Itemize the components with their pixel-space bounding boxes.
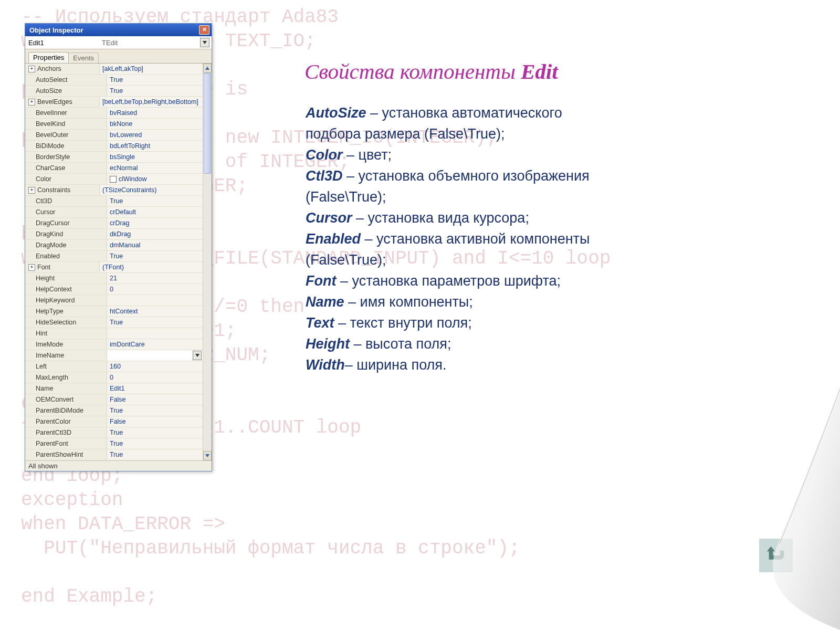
property-name: +Constraints (25, 185, 100, 195)
property-name: DragKind (25, 229, 107, 239)
property-row[interactable]: Hint (25, 328, 203, 339)
property-row[interactable]: +BevelEdges[beLeft,beTop,beRight,beBotto… (25, 97, 203, 108)
property-row[interactable]: Ctl3DTrue (25, 196, 203, 207)
property-value[interactable]: dkDrag (107, 229, 203, 239)
property-value[interactable]: [beLeft,beTop,beRight,beBottom] (100, 97, 203, 107)
titlebar[interactable]: Object Inspector ✕ (25, 24, 212, 36)
property-name: ParentColor (25, 416, 107, 427)
chevron-down-icon[interactable] (200, 38, 209, 47)
scroll-thumb[interactable] (204, 73, 211, 174)
tab-properties[interactable]: Properties (28, 52, 69, 63)
object-selector[interactable]: Edit1 TEdit (25, 36, 212, 49)
property-value[interactable]: ecNormal (107, 163, 203, 173)
description: – установка вида курсора; (352, 210, 529, 226)
heading-strong: Edit (521, 59, 558, 83)
property-value[interactable]: True (107, 251, 203, 261)
property-value[interactable]: 0 (107, 284, 203, 295)
property-row[interactable]: BevelInnerbvRaised (25, 108, 203, 119)
property-value[interactable]: True (107, 438, 203, 449)
property-value[interactable]: False (107, 416, 203, 427)
back-icon[interactable] (759, 539, 793, 572)
property-row[interactable]: +Anchors[akLeft,akTop] (25, 64, 203, 75)
expand-icon[interactable]: + (28, 264, 35, 271)
property-value[interactable]: (TFont) (100, 262, 203, 272)
property-value[interactable]: True (107, 196, 203, 206)
property-value[interactable]: True (107, 449, 203, 460)
property-row[interactable]: EnabledTrue (25, 251, 203, 262)
property-value[interactable]: htContext (107, 306, 203, 317)
property-row[interactable]: HelpKeyword (25, 295, 203, 306)
close-icon[interactable]: ✕ (199, 25, 209, 35)
scroll-track[interactable] (203, 73, 212, 451)
property-value[interactable]: (TSizeConstraints) (100, 185, 203, 195)
property-value[interactable] (107, 328, 203, 339)
property-value[interactable]: bkNone (107, 119, 203, 129)
property-value[interactable] (107, 295, 203, 306)
property-row[interactable]: NameEdit1 (25, 383, 203, 394)
property-row[interactable]: DragModedmManual (25, 240, 203, 251)
property-value[interactable]: Edit1 (107, 383, 203, 394)
property-row[interactable]: BevelKindbkNone (25, 119, 203, 130)
property-row[interactable]: HideSelectionTrue (25, 317, 203, 328)
property-row[interactable]: ParentCtl3DTrue (25, 427, 203, 438)
property-row[interactable]: AutoSizeTrue (25, 86, 203, 97)
property-value[interactable] (107, 350, 203, 361)
property-row[interactable]: ParentShowHintTrue (25, 449, 203, 460)
property-row[interactable]: BiDiModebdLeftToRight (25, 141, 203, 152)
property-value[interactable]: [akLeft,akTop] (100, 64, 203, 74)
property-row[interactable]: ImeName (25, 350, 203, 361)
property-row[interactable]: ParentColorFalse (25, 416, 203, 427)
property-name: ParentCtl3D (25, 427, 107, 438)
chevron-down-icon[interactable] (193, 351, 202, 360)
property-row[interactable]: AutoSelectTrue (25, 75, 203, 86)
expand-icon[interactable]: + (28, 99, 35, 106)
property-row[interactable]: OEMConvertFalse (25, 394, 203, 405)
tab-events[interactable]: Events (68, 52, 99, 63)
property-row[interactable]: MaxLength0 (25, 372, 203, 383)
property-value[interactable]: 160 (107, 361, 203, 372)
expand-icon[interactable]: + (28, 187, 35, 194)
property-row[interactable]: Left160 (25, 361, 203, 372)
property-row[interactable]: HelpContext0 (25, 284, 203, 295)
property-value[interactable]: True (107, 427, 203, 438)
property-name: Height (25, 273, 107, 284)
property-value[interactable]: True (107, 317, 203, 328)
property-row[interactable]: ColorclWindow (25, 174, 203, 185)
property-value[interactable]: imDontCare (107, 339, 203, 350)
property-row[interactable]: Height21 (25, 273, 203, 284)
scroll-down-icon[interactable] (203, 451, 212, 460)
property-value[interactable]: False (107, 394, 203, 405)
description: – имя компоненты; (344, 294, 473, 310)
property-value[interactable]: bvRaised (107, 108, 203, 118)
property-value[interactable]: crDrag (107, 218, 203, 228)
property-value[interactable]: clWindow (107, 174, 203, 184)
property-row[interactable]: DragCursorcrDrag (25, 218, 203, 229)
property-row[interactable]: DragKinddkDrag (25, 229, 203, 240)
property-row[interactable]: ParentFontTrue (25, 438, 203, 449)
property-row[interactable]: BorderStylebsSingle (25, 152, 203, 163)
property-row[interactable]: HelpTypehtContext (25, 306, 203, 317)
property-row[interactable]: +Font(TFont) (25, 262, 203, 273)
property-row[interactable]: CharCaseecNormal (25, 163, 203, 174)
property-row[interactable]: BevelOuterbvLowered (25, 130, 203, 141)
property-name: BevelInner (25, 108, 107, 118)
scroll-up-icon[interactable] (203, 64, 212, 73)
property-value[interactable]: bsSingle (107, 152, 203, 162)
property-value[interactable]: True (107, 75, 203, 85)
property-row[interactable]: CursorcrDefault (25, 207, 203, 218)
color-checkbox[interactable] (110, 176, 117, 183)
property-value[interactable]: crDefault (107, 207, 203, 217)
property-value[interactable]: dmManual (107, 240, 203, 250)
property-row[interactable]: +Constraints(TSizeConstraints) (25, 185, 203, 196)
property-value[interactable]: 0 (107, 372, 203, 383)
property-name: ImeMode (25, 339, 107, 350)
property-value[interactable]: bvLowered (107, 130, 203, 140)
expand-icon[interactable]: + (28, 66, 35, 72)
property-value[interactable]: 21 (107, 273, 203, 284)
property-row[interactable]: ParentBiDiModeTrue (25, 405, 203, 416)
property-value[interactable]: True (107, 86, 203, 96)
scrollbar[interactable] (203, 64, 212, 460)
property-value[interactable]: bdLeftToRight (107, 141, 203, 151)
property-row[interactable]: ImeModeimDontCare (25, 339, 203, 350)
property-value[interactable]: True (107, 405, 203, 416)
